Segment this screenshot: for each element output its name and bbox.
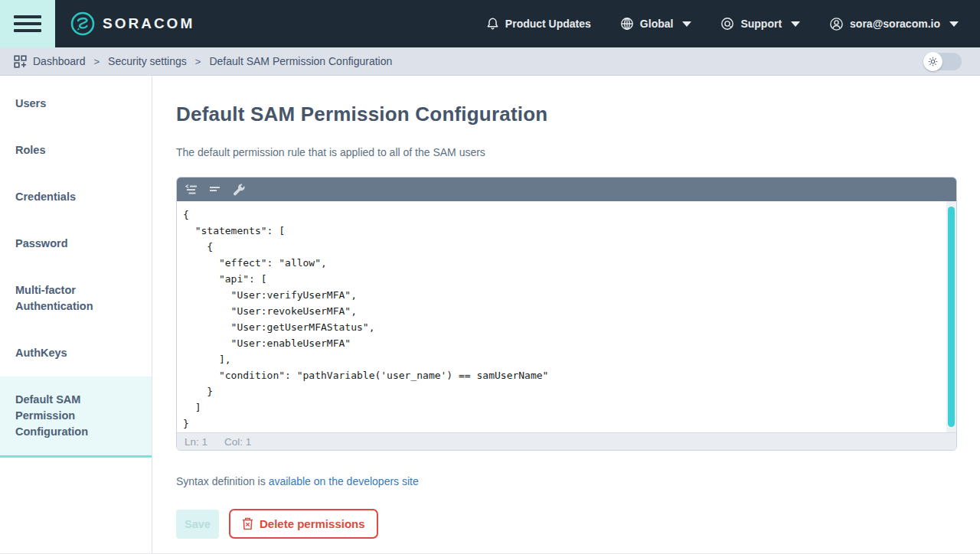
editor-status-bar: Ln: 1 Col: 1 [177,432,956,450]
sidebar-item-authkeys[interactable]: AuthKeys [0,330,152,376]
wrench-icon[interactable] [229,180,248,199]
editor-scrollbar-thumb[interactable] [948,207,955,427]
user-icon [829,17,844,31]
sidebar-item-credentials[interactable]: Credentials [0,174,152,220]
format-code-icon[interactable] [181,180,201,199]
support-label: Support [740,18,782,30]
brand-name: SORACOM [103,15,194,32]
globe-icon [620,17,634,31]
developers-site-link[interactable]: available on the developers site [269,475,419,487]
account-menu[interactable]: sora@soracom.io [829,17,959,31]
navbar-menu: Product Updates Global Support [486,0,959,47]
page-title: Default SAM Permission Configuration [176,103,957,126]
editor-scrollbar-track [946,201,956,432]
sidebar-item-password[interactable]: Password [0,220,152,267]
main-content: Default SAM Permission Configuration The… [152,76,980,553]
breadcrumb-dashboard[interactable]: Dashboard [33,55,86,67]
theme-toggle-knob [923,52,942,71]
editor-toolbar [177,178,956,201]
compact-code-icon[interactable] [205,180,224,199]
syntax-note-text: Syntax definition is [176,475,269,487]
code-content[interactable]: { "statements": [ { "effect": "allow", "… [177,201,956,432]
product-updates-button[interactable]: Product Updates [486,17,591,31]
breadcrumb-separator: > [94,56,100,67]
sun-icon [928,57,938,67]
dashboard-grid-icon [14,55,27,68]
chevron-down-icon [791,21,800,27]
breadcrumb-security-settings[interactable]: Security settings [108,55,187,67]
syntax-note: Syntax definition is available on the de… [176,475,957,487]
product-updates-label: Product Updates [505,18,591,30]
settings-sidebar: Users Roles Credentials Password Multi-f… [0,76,152,553]
delete-permissions-button[interactable]: Delete permissions [229,509,378,539]
chevron-down-icon [949,21,959,27]
code-textarea[interactable]: { "statements": [ { "effect": "allow", "… [177,201,956,432]
cursor-line-indicator: Ln: 1 [185,436,207,448]
support-menu[interactable]: Support [720,17,800,31]
breadcrumb-separator: > [195,56,201,67]
cursor-column-indicator: Col: 1 [224,436,251,448]
sidebar-item-default-sam-permission-configuration[interactable]: Default SAM Permission Configuration [0,376,152,458]
permission-code-editor: { "statements": [ { "effect": "allow", "… [176,177,957,451]
save-button[interactable]: Save [176,510,219,539]
menu-button[interactable] [0,0,55,47]
page-subtitle: The default permission rule that is appl… [176,146,957,158]
coverage-selector[interactable]: Global [620,17,692,31]
account-label: sora@soracom.io [850,18,940,30]
chevron-down-icon [682,21,691,27]
breadcrumb-current: Default SAM Permission Configuration [209,55,392,67]
bell-icon [486,17,499,31]
delete-permissions-label: Delete permissions [260,517,365,530]
sidebar-item-users[interactable]: Users [0,80,152,127]
sidebar-item-roles[interactable]: Roles [0,127,152,174]
support-icon [720,17,734,31]
trash-icon [242,517,253,530]
top-navbar: SORACOM Product Updates Global [0,0,980,47]
theme-toggle[interactable] [923,53,962,70]
breadcrumb: Dashboard > Security settings > Default … [0,47,980,76]
soracom-logo-icon [70,11,95,36]
action-buttons: Save Delete permissions [176,509,957,539]
brand[interactable]: SORACOM [70,0,194,47]
coverage-label: Global [640,18,674,30]
sidebar-item-multifactor-authentication[interactable]: Multi-factor Authentication [0,267,152,330]
